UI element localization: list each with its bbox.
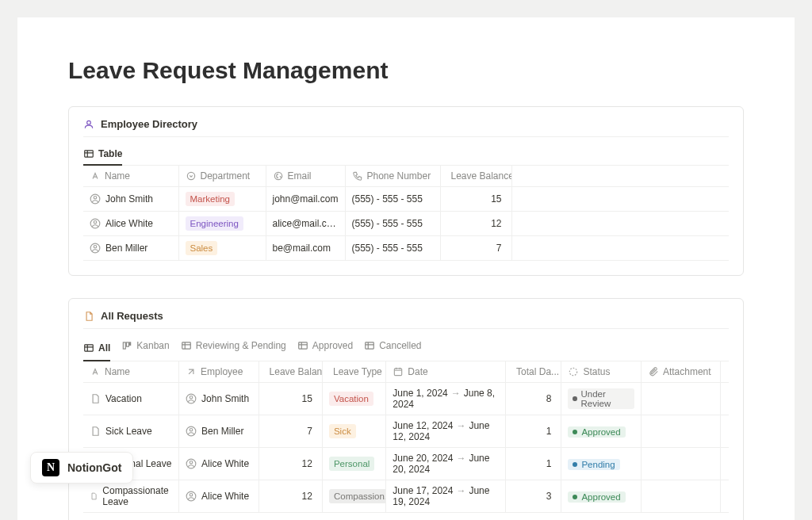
col-attachment[interactable]: Attachment xyxy=(641,361,720,383)
svg-point-0 xyxy=(87,120,91,124)
table-row[interactable]: Ben MillerSalesbe@mail.com(555) - 555 - … xyxy=(83,236,729,261)
person-icon xyxy=(90,193,101,205)
col-employee[interactable]: Employee xyxy=(179,361,259,383)
document-icon xyxy=(83,311,94,322)
svg-point-23 xyxy=(190,429,193,432)
table-view-tab[interactable]: Table xyxy=(83,145,122,166)
logo-icon: N xyxy=(42,459,59,476)
table-row[interactable]: VacationJohn Smith15VacationJune 1, 2024… xyxy=(83,383,729,415)
table-icon xyxy=(364,340,375,351)
svg-point-4 xyxy=(94,197,97,200)
employee-phone: (555) - 555 - 555 xyxy=(345,236,440,261)
svg-rect-14 xyxy=(182,342,190,349)
tab-reviewing-pending[interactable]: Reviewing & Pending xyxy=(181,337,286,356)
tab-kanban[interactable]: Kanban xyxy=(121,337,169,356)
tab-label: Cancelled xyxy=(379,340,421,351)
request-attachment xyxy=(641,383,720,415)
tab-cancelled[interactable]: Cancelled xyxy=(364,337,421,356)
table-row[interactable]: Sick LeaveBen Miller7SickJune 12, 2024→J… xyxy=(83,415,729,448)
col-phone[interactable]: Phone Number xyxy=(345,166,440,187)
tab-label: Reviewing & Pending xyxy=(196,340,286,351)
employee-name: Ben Miller xyxy=(105,243,147,254)
person-icon xyxy=(186,458,197,469)
page-title: Leave Request Management xyxy=(68,57,744,84)
watermark-chip: N NotionGot xyxy=(30,452,133,484)
leave-balance: 15 xyxy=(440,187,511,212)
person-icon xyxy=(186,393,197,404)
col-department[interactable]: Department xyxy=(178,166,266,187)
relation-icon xyxy=(186,366,197,377)
col-name[interactable]: Name xyxy=(83,166,178,187)
table-icon xyxy=(181,340,192,351)
col-total-days[interactable]: Total Da... xyxy=(506,361,561,383)
request-days: 1 xyxy=(506,415,561,448)
request-date: June 12, 2024→June 12, 2024 xyxy=(386,415,506,448)
request-attachment xyxy=(641,480,720,513)
svg-point-21 xyxy=(190,396,193,400)
status-badge: Pending xyxy=(568,459,619,470)
table-row[interactable]: Compassionate LeaveAlice White12Compassi… xyxy=(83,480,729,513)
col-status[interactable]: Status xyxy=(561,361,641,383)
leave-type-tag: Vacation xyxy=(329,392,373,406)
col-leave-type[interactable]: Leave Type xyxy=(322,361,385,383)
table-row[interactable]: Personal LeaveAlice White12PersonalJune … xyxy=(83,448,729,480)
request-balance: 12 xyxy=(259,480,322,513)
svg-point-20 xyxy=(570,368,577,375)
request-date: June 17, 2024→June 19, 2024 xyxy=(386,480,506,513)
request-attachment xyxy=(641,415,720,448)
request-days: 8 xyxy=(506,383,561,415)
request-employee: Ben Miller xyxy=(201,426,243,437)
department-tag: Sales xyxy=(186,241,218,255)
leave-type-tag: Compassion... xyxy=(329,489,386,503)
page-icon xyxy=(90,426,101,437)
text-icon xyxy=(90,366,101,377)
col-leave-balance[interactable]: Leave Balan... xyxy=(259,361,322,383)
svg-rect-13 xyxy=(130,342,131,346)
table-row[interactable]: Alice WhiteEngineeringalice@mail.com(555… xyxy=(83,212,729,236)
employee-phone: (555) - 555 - 555 xyxy=(345,212,440,236)
page-icon xyxy=(90,393,101,404)
department-tag: Marketing xyxy=(186,192,236,206)
requests-table: Name Employee Leave Balan... Leave Type … xyxy=(83,361,729,513)
svg-rect-10 xyxy=(85,344,94,350)
request-employee: Alice White xyxy=(201,491,249,502)
svg-rect-11 xyxy=(124,342,126,349)
svg-rect-15 xyxy=(299,342,308,349)
col-date[interactable]: Date xyxy=(386,361,506,383)
tab-all[interactable]: All xyxy=(83,337,110,361)
table-row[interactable]: John SmithMarketingjohn@mail.com(555) - … xyxy=(83,187,729,212)
page-icon xyxy=(90,491,98,502)
table-icon xyxy=(297,340,308,351)
table-icon xyxy=(83,148,94,159)
status-badge: Approved xyxy=(568,491,625,503)
col-name[interactable]: Name xyxy=(83,361,179,383)
table-view-label: Table xyxy=(98,148,122,159)
department-tag: Engineering xyxy=(186,216,243,231)
col-email[interactable]: Email xyxy=(266,166,345,187)
svg-rect-19 xyxy=(395,369,402,376)
request-employee: John Smith xyxy=(201,393,249,404)
tab-label: Approved xyxy=(312,340,353,351)
leave-balance: 7 xyxy=(440,236,511,261)
email-icon xyxy=(273,170,284,182)
svg-point-2 xyxy=(187,172,194,179)
request-balance: 12 xyxy=(259,448,322,480)
request-name: Vacation xyxy=(105,393,142,404)
request-name: Compassionate Leave xyxy=(102,485,172,507)
employee-table: Name Department Email Phone Number Leave… xyxy=(83,166,729,261)
employee-directory-title: Employee Directory xyxy=(101,118,197,130)
person-icon xyxy=(186,426,197,437)
svg-rect-1 xyxy=(85,151,94,157)
person-icon xyxy=(186,491,197,502)
svg-point-27 xyxy=(190,494,193,497)
select-icon xyxy=(186,170,197,182)
person-icon xyxy=(90,243,101,254)
employee-email: be@mail.com xyxy=(266,236,345,261)
text-icon xyxy=(90,170,101,182)
employee-directory-card: Employee Directory Table Name Department… xyxy=(68,106,744,276)
col-balance[interactable]: Leave Balance xyxy=(440,166,511,187)
attachment-icon xyxy=(648,366,659,377)
svg-point-6 xyxy=(94,221,97,224)
tab-approved[interactable]: Approved xyxy=(297,337,353,356)
all-requests-title: All Requests xyxy=(101,310,163,322)
